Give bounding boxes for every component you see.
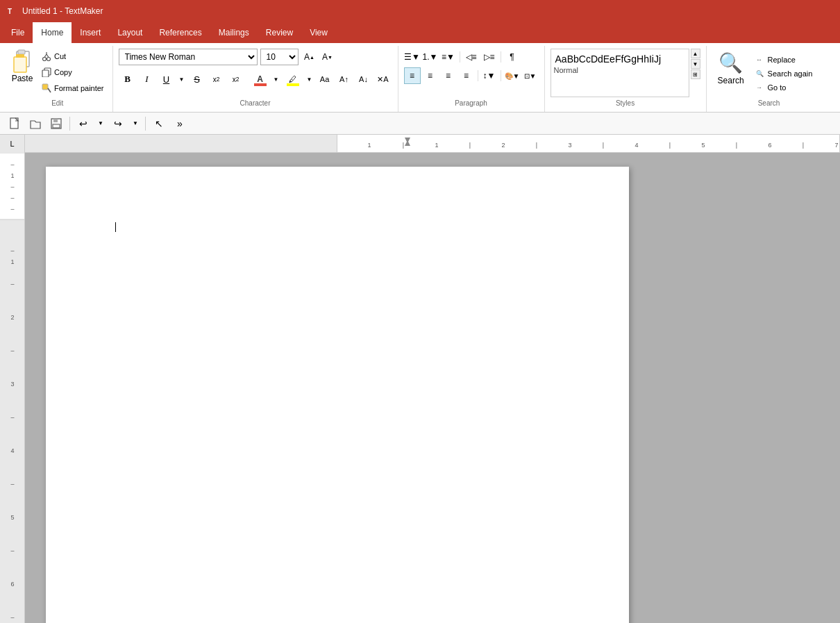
bullets-button[interactable]: ☰▼ — [404, 49, 421, 65]
svg-text:|: | — [536, 142, 537, 149]
menu-file[interactable]: File — [3, 22, 33, 43]
toolbar-cursor[interactable]: ↖ — [150, 115, 168, 133]
svg-line-9 — [47, 54, 49, 58]
toolbar-undo[interactable]: ↩ — [74, 115, 92, 133]
menu-review[interactable]: Review — [258, 22, 301, 43]
format-painter-button[interactable]: Format painter — [39, 81, 107, 96]
indent-increase-button[interactable]: ▷≡ — [481, 49, 498, 65]
svg-text:4: 4 — [635, 142, 638, 149]
font-size-buttons: A▲ A▼ — [301, 49, 336, 65]
document-area[interactable] — [25, 153, 840, 623]
justify-button[interactable]: ≡ — [458, 67, 475, 84]
horizontal-ruler[interactable]: 1 | 1 | 2 | 3 | 4 | 5 | 6 | 7 — [25, 135, 840, 152]
vertical-ruler: – 1 – – – – 1 – 2 – 3 – 4 – 5 – 6 – 7 – … — [0, 153, 25, 623]
toolbar-new[interactable] — [6, 115, 24, 133]
toolbar-undo-dropdown[interactable]: ▼ — [95, 115, 106, 133]
numbering-button[interactable]: 1.▼ — [422, 49, 439, 65]
font-shrink-button[interactable]: A▼ — [319, 49, 336, 65]
superscript-button[interactable]: x2 — [227, 71, 245, 88]
font-color-button[interactable]: A — [251, 70, 270, 88]
highlight-dropdown[interactable]: ▼ — [305, 71, 314, 88]
paste-button[interactable]: Paste — [8, 49, 36, 85]
cut-icon — [42, 51, 51, 61]
underline-dropdown[interactable]: ▼ — [177, 71, 187, 88]
svg-rect-13 — [42, 84, 48, 90]
copy-button[interactable]: Copy — [39, 65, 107, 80]
underline-button[interactable]: U — [158, 71, 176, 88]
toolbar-more[interactable]: » — [171, 115, 189, 133]
cut-button[interactable]: Cut — [39, 49, 107, 64]
character-group-label: Character — [119, 98, 392, 109]
tab-symbol: L — [10, 140, 14, 148]
borders-button[interactable]: ⊡▼ — [522, 67, 539, 84]
ribbon-group-paragraph: ☰▼ 1.▼ ≡▼ ◁≡ ▷≡ ¶ ≡ ≡ ≡ ≡ ↕▼ 🎨▼ ⊡▼ Pa — [398, 46, 545, 112]
toolbar-sep-2 — [145, 117, 146, 131]
highlight-button[interactable]: 🖊 — [283, 70, 303, 88]
ruler-container: L 1 | 1 | 2 | 3 | 4 | 5 | 6 | 7 — [0, 135, 840, 153]
styles-scroll-up[interactable]: ▲ — [691, 49, 700, 58]
styles-scroll: ▲ ▼ ⊞ — [691, 49, 700, 79]
menu-references[interactable]: References — [151, 22, 210, 43]
menu-bar: File Home Insert Layout References Maili… — [0, 22, 840, 43]
svg-text:–: – — [10, 194, 14, 201]
svg-text:–: – — [10, 183, 14, 190]
styles-group-label: Styles — [551, 98, 700, 109]
svg-text:→: → — [756, 84, 762, 91]
paste-label: Paste — [12, 74, 33, 83]
align-left-button[interactable]: ≡ — [404, 67, 421, 84]
replace-button[interactable]: ↔ Replace — [753, 54, 816, 65]
toolbar-redo[interactable]: ↪ — [109, 115, 127, 133]
strikethrough-button[interactable]: S — [188, 71, 206, 88]
text-shrink-button[interactable]: A↓ — [355, 71, 373, 88]
align-right-button[interactable]: ≡ — [440, 67, 457, 84]
toolbar-redo-dropdown[interactable]: ▼ — [130, 115, 141, 133]
styles-expand[interactable]: ⊞ — [691, 69, 700, 79]
outline-button[interactable]: ≡▼ — [440, 49, 457, 65]
menu-mailings[interactable]: Mailings — [210, 22, 258, 43]
styles-box[interactable]: AaBbCcDdEeFfGgHhIiJj Normal — [551, 49, 689, 97]
italic-button[interactable]: I — [138, 71, 156, 88]
font-grow-button[interactable]: A▲ — [301, 49, 318, 65]
search-icon: 🔍 — [719, 51, 743, 74]
svg-text:1: 1 — [367, 142, 371, 149]
goto-button[interactable]: → Go to — [753, 82, 816, 93]
toolbar-open[interactable] — [26, 115, 44, 133]
window-title: Untitled 1 - TextMaker — [22, 6, 834, 16]
copy-icon — [42, 67, 51, 77]
character-group-content: Times New Roman Arial Calibri 10 11 12 1… — [119, 49, 392, 98]
styles-area: AaBbCcDdEeFfGgHhIiJj Normal ▲ ▼ ⊞ — [551, 49, 700, 97]
indent-decrease-button[interactable]: ◁≡ — [463, 49, 480, 65]
svg-text:2: 2 — [501, 142, 505, 149]
char-more-button[interactable]: Aa — [316, 71, 334, 88]
style-label: Normal — [554, 66, 686, 74]
svg-text:–: – — [10, 547, 14, 554]
styles-scroll-down[interactable]: ▼ — [691, 59, 700, 69]
search-button[interactable]: 🔍 Search — [712, 49, 750, 88]
svg-text:|: | — [469, 142, 471, 149]
svg-text:|: | — [803, 142, 804, 149]
font-size-select[interactable]: 10 11 12 14 — [260, 49, 299, 65]
shading-button[interactable]: 🎨▼ — [504, 67, 521, 84]
menu-view[interactable]: View — [301, 22, 336, 43]
subscript-button[interactable]: x2 — [208, 71, 226, 88]
menu-home[interactable]: Home — [33, 22, 72, 43]
svg-text:3: 3 — [568, 142, 571, 149]
font-name-select[interactable]: Times New Roman Arial Calibri — [119, 49, 258, 65]
text-grow-button[interactable]: A↑ — [335, 71, 353, 88]
tab-type-button[interactable]: L — [0, 135, 25, 153]
page-content[interactable] — [46, 167, 629, 623]
bold-button[interactable]: B — [119, 71, 137, 88]
menu-insert[interactable]: Insert — [72, 22, 109, 43]
align-center-button[interactable]: ≡ — [422, 67, 439, 84]
title-bar: T Untitled 1 - TextMaker — [0, 0, 840, 22]
toolbar-save[interactable] — [47, 115, 65, 133]
clear-format-button[interactable]: ✕A — [374, 71, 392, 88]
goto-icon: → — [755, 83, 765, 92]
line-spacing-button[interactable]: ↕▼ — [481, 67, 498, 84]
ribbon-group-edit: Paste Cut — [3, 46, 113, 112]
menu-layout[interactable]: Layout — [109, 22, 151, 43]
font-color-dropdown[interactable]: ▼ — [271, 71, 281, 88]
svg-text:|: | — [603, 142, 604, 149]
show-formatting-button[interactable]: ¶ — [504, 49, 521, 65]
search-again-button[interactable]: 🔍 Search again — [753, 68, 816, 79]
